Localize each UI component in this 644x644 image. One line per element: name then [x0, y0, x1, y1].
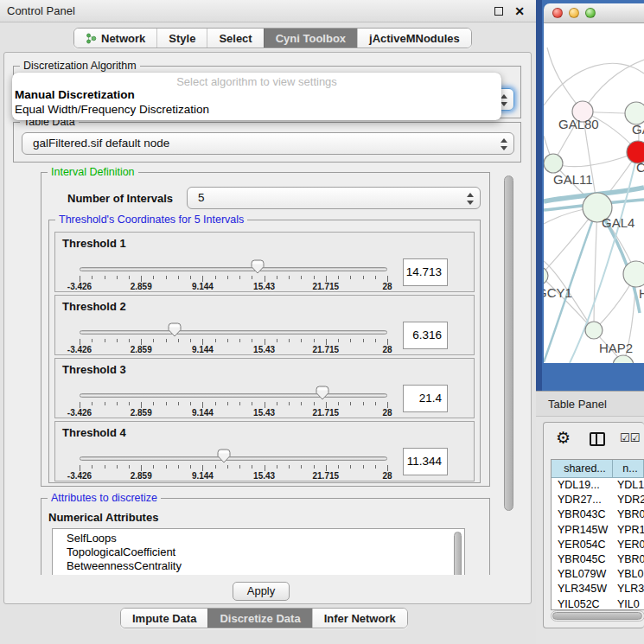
threshold-value-field[interactable]: 14.713: [403, 258, 448, 286]
network-node[interactable]: [585, 322, 603, 339]
node-label: GAL4: [602, 215, 634, 230]
network-edge[interactable]: [553, 152, 638, 167]
slider-tick: [265, 276, 265, 282]
slider-tick: [227, 402, 228, 405]
slider-track[interactable]: [80, 456, 387, 461]
slider-thumb[interactable]: [316, 386, 329, 400]
threshold-panel-3: Threshold 3-3.4262.8599.14415.4321.71528…: [54, 358, 475, 418]
tick-label: 9.144: [192, 471, 214, 481]
table-cell: YLR345W: [552, 582, 613, 596]
slider-track[interactable]: [80, 330, 387, 335]
apply-button[interactable]: Apply: [233, 582, 290, 601]
tab-select[interactable]: Select: [207, 29, 263, 48]
attribute-item[interactable]: SelfLoops: [67, 532, 117, 545]
tick-label: 15.43: [253, 408, 275, 418]
slider-thumb[interactable]: [217, 449, 231, 463]
tab-discretize-data[interactable]: Discretize Data: [207, 609, 311, 628]
network-edge[interactable]: [547, 48, 583, 112]
close-icon[interactable]: ✕: [514, 3, 525, 20]
slider-tick: [141, 276, 142, 282]
slider-tick: [117, 276, 118, 279]
tick-label: 21.715: [313, 408, 340, 418]
table-data-combobox[interactable]: galFiltered.sif default node: [22, 132, 514, 155]
slider-tick: [338, 339, 339, 342]
slider-tick: [215, 402, 216, 405]
threshold-panel-2: Threshold 2-3.4262.8599.14415.4321.71528…: [54, 295, 475, 355]
network-node[interactable]: [613, 355, 634, 363]
settings-scrollbar[interactable]: [503, 174, 514, 568]
tab-infer-network[interactable]: Infer Network: [312, 609, 407, 628]
slider-thumb[interactable]: [168, 322, 182, 337]
table-row[interactable]: YDL19...YDL1: [552, 478, 644, 493]
table-cell: YBR0: [613, 507, 644, 522]
slider-tick: [289, 465, 290, 469]
list-scrollbar[interactable]: [454, 532, 462, 575]
slider-track[interactable]: [80, 393, 387, 398]
slider-tick: [166, 339, 167, 342]
algorithm-option[interactable]: Manual Discretization: [15, 88, 135, 101]
float-window-icon[interactable]: [494, 7, 503, 16]
tab-label: Select: [219, 32, 252, 45]
slider-tick: [190, 339, 191, 342]
slider-tick: [363, 276, 364, 279]
threshold-value-field[interactable]: 11.344: [403, 448, 448, 475]
slider-tick: [314, 276, 315, 279]
columns-icon[interactable]: [590, 432, 605, 446]
network-node[interactable]: [544, 154, 563, 173]
threshold-value-field[interactable]: 6.316: [403, 322, 448, 349]
node-label: H: [639, 286, 644, 301]
gear-icon[interactable]: ⚙: [556, 428, 571, 448]
tab-label: jActiveMNodules: [369, 32, 460, 45]
slider-tick: [289, 276, 290, 279]
algorithm-option[interactable]: Equal Width/Frequency Discretization: [15, 103, 209, 116]
tab-impute-data[interactable]: Impute Data: [121, 609, 207, 628]
scrollbar-thumb[interactable]: [504, 175, 513, 511]
slider-thumb[interactable]: [251, 259, 265, 274]
threshold-value-field[interactable]: 21.4: [403, 385, 448, 412]
control-panel-titlebar: Control Panel ✕: [0, 0, 536, 22]
column-header[interactable]: shared...: [552, 460, 613, 478]
group-title: Discretization Algorithm: [20, 60, 140, 72]
tab-cyni-toolbox[interactable]: Cyni Toolbox: [264, 29, 357, 48]
table-row[interactable]: YBL079WYBL0: [552, 567, 644, 582]
close-traffic-light-icon[interactable]: [552, 8, 563, 18]
node-table[interactable]: shared...n... YDL19...YDL1YDR27...YDR2YB…: [551, 459, 644, 610]
slider-tick: [190, 465, 191, 469]
checkboxes-icon[interactable]: ☑☑: [620, 431, 640, 444]
table-row[interactable]: YBR045CYBR0: [552, 552, 644, 567]
tab-jactivemnodules[interactable]: jActiveMNodules: [357, 29, 471, 48]
minimize-traffic-light-icon[interactable]: [569, 8, 579, 18]
tick-label: 9.144: [192, 408, 214, 418]
slider-track[interactable]: [80, 267, 387, 271]
attribute-item[interactable]: BetweennessCentrality: [67, 559, 182, 573]
table-row[interactable]: YLR345WYLR3: [552, 582, 644, 596]
network-node[interactable]: [623, 261, 644, 287]
tab-style[interactable]: Style: [156, 29, 207, 48]
num-intervals-combobox[interactable]: 5: [187, 187, 481, 209]
table-row[interactable]: YPR145WYPR1: [552, 523, 644, 538]
network-window-titlebar: [544, 3, 644, 23]
network-edge[interactable]: [544, 63, 644, 105]
slider-tick: [239, 276, 240, 279]
slider-tick: [314, 465, 315, 469]
slider-tick: [375, 276, 376, 279]
tab-network[interactable]: Network: [74, 29, 156, 48]
attribute-item[interactable]: TopologicalCoefficient: [67, 545, 175, 559]
slider-tick: [387, 276, 388, 282]
scrollbar-thumb[interactable]: [552, 612, 642, 620]
tick-label: 15.43: [253, 471, 275, 481]
table-row[interactable]: YIL052CYIL0: [552, 597, 644, 611]
table-row[interactable]: YER054CYER0: [552, 538, 644, 552]
network-canvas[interactable]: GAL80GACGAL11GAL4HGCY1HAP2: [544, 23, 644, 363]
table-row[interactable]: YDR27...YDR2: [552, 493, 644, 507]
table-cell: YDR27...: [552, 493, 613, 507]
column-header[interactable]: n...: [613, 460, 644, 478]
table-horizontal-scrollbar[interactable]: [551, 610, 644, 622]
control-panel-window: Control Panel ✕ NetworkStyleSelectCyni T…: [0, 0, 536, 644]
network-edge[interactable]: [594, 207, 597, 330]
table-row[interactable]: YBR043CYBR0: [552, 507, 644, 522]
tick-label: 15.43: [253, 345, 275, 354]
zoom-traffic-light-icon[interactable]: [585, 8, 596, 18]
slider-tick: [80, 402, 80, 408]
numerical-attributes-list[interactable]: SelfLoopsTopologicalCoefficientBetweenne…: [52, 528, 465, 575]
